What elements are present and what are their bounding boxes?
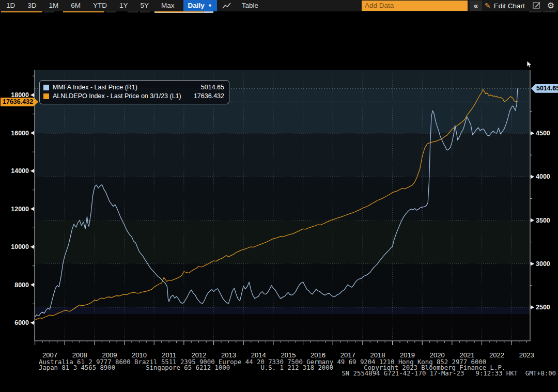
- pencil-icon: ✎: [485, 2, 491, 10]
- x-axis-label-2016: 2016: [307, 351, 330, 359]
- legend-label: MMFA Index - Last Price (R1): [53, 83, 137, 92]
- add-data-input[interactable]: Add Data: [362, 1, 468, 11]
- chart-legend[interactable]: MMFA Index - Last Price (R1) 5014.65 ALN…: [39, 80, 229, 104]
- x-axis-label-2019: 2019: [396, 351, 419, 359]
- chart-toolbar: 1D3D1M6MYTD1Y5YMax Daily▼ Table Add Data…: [0, 0, 558, 11]
- left-axis-last-price-badge: 17636.432: [1, 98, 38, 106]
- x-axis-label-2018: 2018: [366, 351, 389, 359]
- mouse-cursor: [526, 60, 533, 71]
- svg-text:6000: 6000: [14, 319, 29, 326]
- x-axis-label-2007: 2007: [39, 351, 61, 359]
- range-tab-1m[interactable]: 1M: [43, 0, 65, 11]
- svg-text:8000: 8000: [14, 281, 29, 289]
- collapse-panel-button[interactable]: «: [470, 1, 482, 11]
- range-tab-1y[interactable]: 1Y: [113, 0, 134, 11]
- svg-text:4000: 4000: [536, 173, 550, 180]
- annotate-chart-icon: [533, 2, 541, 9]
- x-axis-label-2015: 2015: [277, 351, 300, 359]
- svg-text:3000: 3000: [536, 260, 550, 268]
- line-chart-icon: [222, 2, 231, 9]
- x-axis-label-2009: 2009: [98, 351, 121, 359]
- x-axis-label-2012: 2012: [188, 351, 210, 359]
- x-axis-label-2022: 2022: [486, 351, 508, 359]
- series-swatch-blue-icon: [43, 85, 49, 90]
- legend-row[interactable]: MMFA Index - Last Price (R1) 5014.65: [43, 83, 224, 92]
- x-axis-label-2014: 2014: [247, 351, 270, 359]
- periodicity-dropdown[interactable]: Daily▼: [183, 0, 217, 11]
- svg-text:14000: 14000: [11, 167, 29, 175]
- svg-text:4500: 4500: [536, 130, 550, 137]
- x-axis-label-2011: 2011: [158, 351, 180, 359]
- legend-label: ALNLDEPO Index - Last Price on 3/1/23 (L…: [53, 92, 181, 101]
- tab-table[interactable]: Table: [231, 0, 269, 11]
- range-tab-1d[interactable]: 1D: [0, 0, 21, 11]
- periodicity-value: Daily: [188, 0, 205, 11]
- svg-text:12000: 12000: [11, 206, 29, 213]
- svg-text:10000: 10000: [11, 243, 29, 250]
- range-tab-max[interactable]: Max: [155, 0, 181, 11]
- x-axis-label-2008: 2008: [68, 351, 91, 359]
- range-tab-5y[interactable]: 5Y: [134, 0, 156, 11]
- annotate-button[interactable]: [533, 2, 541, 11]
- range-tabs: 1D3D1M6MYTD1Y5YMax: [0, 0, 181, 11]
- x-axis-label-2020: 2020: [426, 351, 448, 359]
- svg-text:2500: 2500: [536, 304, 550, 311]
- edit-chart-button[interactable]: ✎Edit Chart: [485, 0, 525, 11]
- legend-row[interactable]: ALNLDEPO Index - Last Price on 3/1/23 (L…: [43, 92, 224, 101]
- bloomberg-terminal-window: 6000800010000120001400016000180002500300…: [0, 0, 558, 392]
- edit-chart-label: Edit Chart: [494, 2, 525, 10]
- x-axis-label-2023: 2023: [515, 351, 538, 359]
- caret-down-icon: ▼: [208, 0, 212, 11]
- x-axis-label-2010: 2010: [128, 351, 151, 359]
- legend-value: 17636.432: [194, 92, 224, 101]
- range-tab-6m[interactable]: 6M: [65, 0, 87, 11]
- legend-value: 5014.65: [201, 83, 224, 92]
- series-swatch-orange-icon: [43, 93, 49, 99]
- footer-session-line: SN 2554894 G721-42-170 17-Mar-23 9:12:33…: [342, 370, 556, 377]
- gear-icon: ⚙: [547, 1, 554, 10]
- right-axis-last-price-badge: 5014.65: [531, 84, 558, 93]
- x-axis-label-2013: 2013: [218, 351, 240, 359]
- chart-canvas[interactable]: 6000800010000120001400016000180002500300…: [0, 0, 558, 392]
- range-tab-ytd[interactable]: YTD: [87, 0, 113, 11]
- chart-type-button[interactable]: [222, 2, 231, 9]
- svg-text:3500: 3500: [536, 217, 550, 224]
- settings-button[interactable]: ⚙: [545, 0, 556, 11]
- svg-text:16000: 16000: [11, 130, 29, 137]
- range-tab-3d[interactable]: 3D: [21, 0, 42, 11]
- x-axis-label-2021: 2021: [456, 351, 478, 359]
- x-axis-label-2017: 2017: [336, 351, 359, 359]
